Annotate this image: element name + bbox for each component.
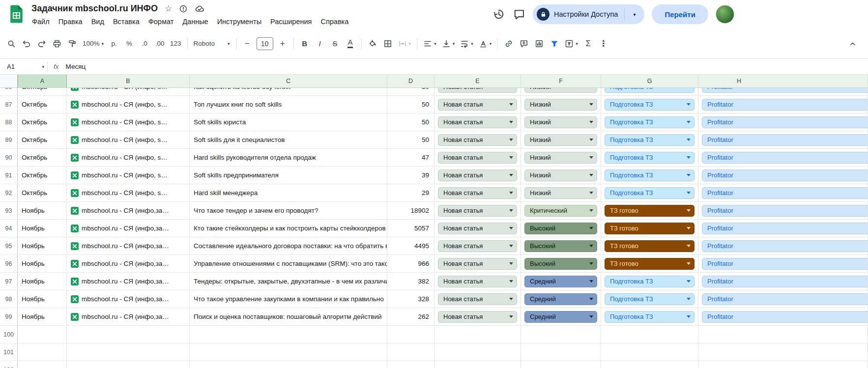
cell-volume[interactable]: 50 (387, 96, 434, 113)
row-number[interactable]: 86 (0, 88, 18, 96)
decrease-font-size-button[interactable]: − (240, 36, 255, 51)
cell-link[interactable]: mbschool.ru - СЯ (инфо,за… (67, 202, 190, 220)
status-chip[interactable]: Новая статья (438, 170, 517, 181)
cell-volume[interactable]: 262 (387, 308, 434, 326)
cell-volume[interactable]: 29 (387, 184, 434, 202)
cell-empty[interactable] (190, 343, 387, 361)
cell-month[interactable]: Октябрь (18, 88, 67, 96)
author-chip[interactable]: Profitator (702, 258, 868, 270)
cell-title[interactable]: Управление отношениями с поставщиками (S… (190, 255, 387, 273)
cell-priority[interactable]: Низкий (521, 184, 601, 202)
cell-status[interactable]: Новая статья (434, 255, 521, 273)
status-chip[interactable]: Новая статья (438, 152, 517, 164)
row-number[interactable]: 92 (0, 184, 18, 202)
status-chip[interactable]: Новая статья (438, 88, 517, 93)
stage-chip[interactable]: Подготовка ТЗ (605, 88, 694, 93)
author-chip[interactable]: Profitator (702, 88, 868, 93)
sheets-logo-icon[interactable] (6, 4, 27, 24)
cell-month[interactable]: Ноябрь (18, 202, 67, 220)
cell-link[interactable]: mbschool.ru - СЯ (инфо, s… (67, 96, 190, 113)
cell-empty[interactable] (521, 343, 601, 361)
cell-stage[interactable]: ТЗ готово (601, 202, 698, 220)
row-number[interactable]: 101 (0, 343, 18, 361)
cell-author[interactable]: Profitator (698, 167, 868, 184)
cell-priority[interactable]: Низкий (521, 167, 601, 184)
text-rotation-button[interactable]: ▾ (476, 36, 494, 51)
cell-status[interactable]: Новая статья (434, 308, 521, 326)
cell-empty[interactable] (67, 326, 190, 343)
status-chip[interactable]: Новая статья (438, 99, 517, 111)
cell-volume[interactable]: 50 (387, 88, 434, 96)
priority-chip[interactable]: Средний (524, 311, 597, 323)
stage-chip[interactable]: Подготовка ТЗ (605, 99, 694, 111)
cell-stage[interactable]: Подготовка ТЗ (601, 184, 698, 202)
author-chip[interactable]: Profitator (702, 293, 868, 305)
cell-link[interactable]: mbschool.ru - СЯ (инфо, s… (67, 113, 190, 131)
stage-chip[interactable]: Подготовка ТЗ (605, 276, 694, 287)
fill-color-button[interactable] (365, 36, 380, 51)
text-color-button[interactable]: A (343, 36, 358, 51)
cell-link[interactable]: mbschool.ru - СЯ (инфо, s… (67, 149, 190, 167)
menu-file[interactable]: Файл (28, 17, 54, 27)
comments-icon[interactable] (513, 8, 525, 21)
cell-volume[interactable]: 5057 (387, 220, 434, 237)
priority-chip[interactable]: Низкий (524, 187, 597, 199)
cell-stage[interactable]: ТЗ готово (601, 255, 698, 273)
author-chip[interactable]: Profitator (702, 240, 868, 252)
row-number[interactable]: 87 (0, 96, 18, 113)
cell-title[interactable]: Составление идеального договора поставки… (190, 237, 387, 255)
author-chip[interactable]: Profitator (702, 152, 868, 164)
stage-chip[interactable]: Подготовка ТЗ (605, 170, 694, 181)
cell-title[interactable]: Soft skills юриста (190, 113, 387, 131)
bold-button[interactable]: B (297, 36, 312, 51)
cell-volume[interactable]: 328 (387, 290, 434, 308)
cell-empty[interactable] (18, 361, 67, 368)
cell-empty[interactable] (387, 326, 434, 343)
filter-views-button[interactable]: ▾ (562, 36, 580, 51)
cell-stage[interactable]: ТЗ готово (601, 220, 698, 237)
cell-stage[interactable]: Подготовка ТЗ (601, 149, 698, 167)
cell-empty[interactable] (67, 343, 190, 361)
cell-status[interactable]: Новая статья (434, 131, 521, 149)
column-header-D[interactable]: D (387, 75, 434, 88)
row-number[interactable]: 100 (0, 326, 18, 343)
cell-stage[interactable]: Подготовка ТЗ (601, 290, 698, 308)
stage-chip[interactable]: Подготовка ТЗ (605, 152, 694, 164)
status-chip[interactable]: Новая статья (438, 258, 517, 270)
insert-comment-button[interactable] (517, 36, 531, 51)
cell-link[interactable]: mbschool.ru - СЯ (инфо,за… (67, 290, 190, 308)
more-formats-button[interactable]: 123 (168, 36, 184, 51)
cell-status[interactable]: Новая статья (434, 88, 521, 96)
cell-author[interactable]: Profitator (698, 237, 868, 255)
stage-chip[interactable]: Подготовка ТЗ (605, 293, 694, 305)
priority-chip[interactable]: Высокий (524, 223, 597, 234)
cell-title[interactable]: Кто такие стейкхолдеры и как построить к… (190, 220, 387, 237)
menu-format[interactable]: Формат (144, 17, 178, 27)
cell-volume[interactable]: 50 (387, 113, 434, 131)
cell-stage[interactable]: Подготовка ТЗ (601, 131, 698, 149)
strikethrough-button[interactable]: S (328, 36, 343, 51)
cell-link[interactable]: mbschool.ru - СЯ (инфо,за… (67, 237, 190, 255)
cell-month[interactable]: Октябрь (18, 113, 67, 131)
cell-month[interactable]: Октябрь (18, 131, 67, 149)
cell-title[interactable]: Поиск и оценка поставщиков: пошаговый ал… (190, 308, 387, 326)
cell-author[interactable]: Profitator (698, 88, 868, 96)
cell-priority[interactable]: Средний (521, 308, 601, 326)
cell-empty[interactable] (387, 343, 434, 361)
author-chip[interactable]: Profitator (702, 223, 868, 234)
cell-volume[interactable]: 47 (387, 149, 434, 167)
cell-priority[interactable]: Высокий (521, 220, 601, 237)
stage-chip[interactable]: Подготовка ТЗ (605, 134, 694, 146)
author-chip[interactable]: Profitator (702, 205, 868, 217)
row-number[interactable]: 102 (0, 361, 18, 368)
row-number[interactable]: 94 (0, 220, 18, 237)
cell-stage[interactable]: ТЗ готово (601, 237, 698, 255)
status-chip[interactable]: Новая статья (438, 293, 517, 305)
stage-chip[interactable]: ТЗ готово (605, 258, 694, 270)
cell-link[interactable]: mbschool.ru - СЯ (инфо,за… (67, 273, 190, 290)
cell-volume[interactable]: 39 (387, 167, 434, 184)
cell-title[interactable]: Что такое управление закупками в компани… (190, 290, 387, 308)
insert-link-button[interactable] (501, 36, 516, 51)
author-chip[interactable]: Profitator (702, 99, 868, 111)
cell-volume[interactable]: 4495 (387, 237, 434, 255)
